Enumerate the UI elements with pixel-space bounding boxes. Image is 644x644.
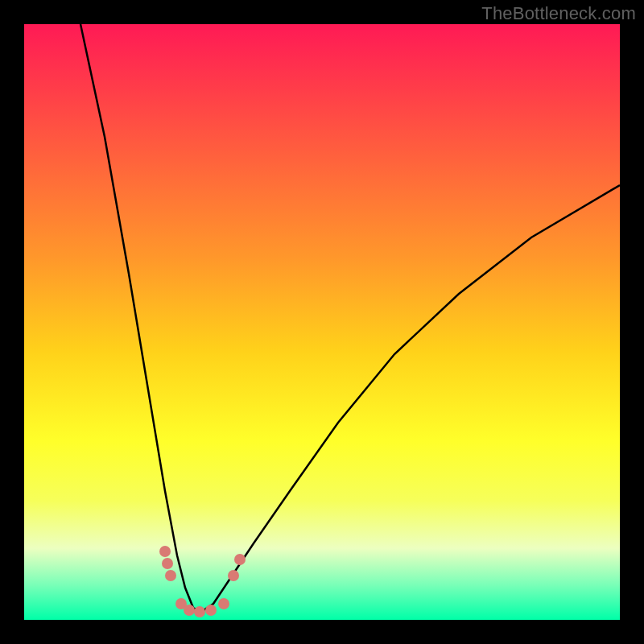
curve-layer [24,24,620,620]
svg-point-2 [165,570,176,581]
svg-point-9 [234,554,246,565]
curve-right-branch [201,185,620,612]
svg-point-4 [184,605,195,616]
svg-point-7 [218,598,229,609]
watermark-text: TheBottleneck.com [481,3,636,24]
outer-frame: TheBottleneck.com [0,0,644,644]
plot-area [24,24,620,620]
curve-left-branch [80,24,201,612]
valley-marker-dots [159,546,246,617]
svg-point-8 [228,570,239,581]
svg-point-6 [205,605,217,616]
svg-point-1 [162,558,173,569]
svg-point-0 [159,546,171,557]
svg-point-5 [194,606,205,617]
